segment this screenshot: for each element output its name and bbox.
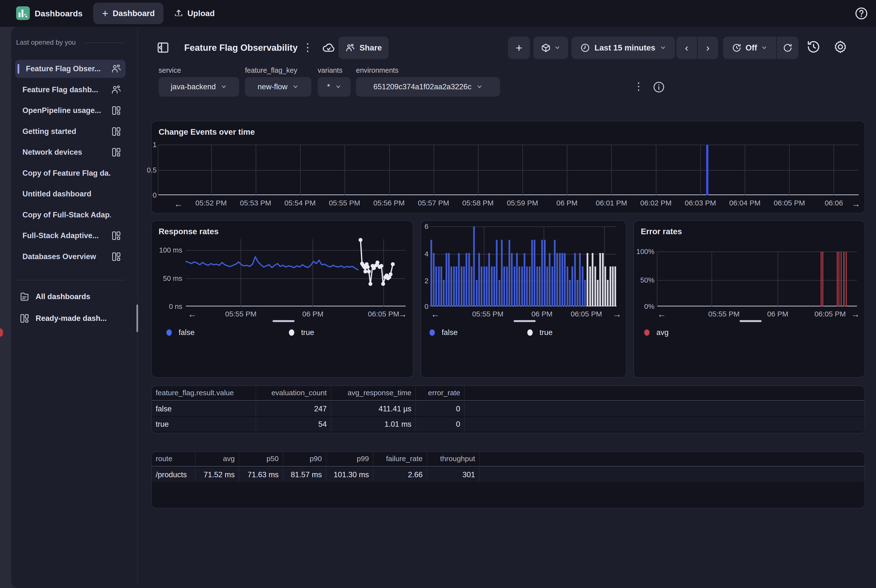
legend-true[interactable]: true (289, 328, 314, 337)
column-header-p90[interactable]: p90 (283, 452, 327, 465)
bar-false (514, 266, 515, 306)
panel-evaluations[interactable]: 642005:55 PM06 PM06:05 PM←→falsetrue (421, 220, 626, 378)
legend-label: avg (656, 328, 669, 337)
column-header-avg[interactable]: avg (196, 452, 239, 465)
sidebar-item-4[interactable]: Getting started (15, 123, 125, 141)
sidebar-item-7[interactable]: Untitled dashboard (15, 185, 125, 203)
help-icon[interactable] (855, 7, 868, 20)
column-header-error_rate[interactable]: error_rate (416, 386, 465, 400)
sidebar-item-2[interactable]: Feature Flag dashb... (15, 81, 125, 99)
column-header-evaluation_count[interactable]: evaluation_count (256, 386, 332, 400)
time-back-button[interactable]: ‹ (676, 37, 697, 59)
bar-true (612, 266, 614, 306)
resource-picker-button[interactable] (533, 37, 568, 59)
table-row[interactable]: true541.01 ms0 (152, 417, 864, 431)
brand-dashboards-link[interactable]: Dashboards (34, 0, 83, 27)
column-header-avg_response_time[interactable]: avg_response_time (332, 386, 416, 400)
pan-right-icon[interactable]: → (851, 309, 860, 320)
column-header-p99[interactable]: p99 (327, 452, 374, 465)
bar-false (461, 266, 462, 306)
sidebar-item-9[interactable]: Full-Stack Adaptive... (15, 226, 125, 245)
pan-left-icon[interactable]: ← (657, 309, 666, 320)
panel-response-rates[interactable]: Response rates 100 ms50 ms0 ns05:55 PM06… (151, 220, 413, 378)
legend-dot-icon (527, 329, 532, 336)
sidebar-scrollbar[interactable] (136, 304, 138, 332)
sidebar-item-8[interactable]: Copy of Full-Stack Adap... (15, 206, 125, 224)
zoom-scrollbar[interactable] (273, 320, 294, 322)
gridline (256, 145, 256, 195)
pan-right-icon[interactable]: → (398, 309, 407, 320)
settings-gear-icon[interactable] (833, 39, 849, 56)
column-header-p50[interactable]: p50 (239, 452, 283, 465)
table-row[interactable]: /products71.52 ms71.63 ms81.57 ms101.30 … (152, 468, 864, 482)
sidebar-footer-item-1[interactable]: All dashboards (15, 288, 125, 306)
change-event-marker[interactable] (706, 145, 708, 195)
evaluations-plot[interactable] (430, 226, 616, 306)
column-header-route[interactable]: route (152, 452, 196, 465)
history-icon[interactable] (806, 39, 822, 56)
gridline (522, 145, 523, 195)
filter-environments-dropdown[interactable]: 651209c374a1f02aa2a3226c (356, 77, 500, 97)
y-tick-label: 0 ns (155, 303, 182, 310)
upload-button[interactable]: Upload (174, 3, 215, 24)
bar-false (463, 266, 465, 306)
pan-left-icon[interactable]: ← (174, 199, 183, 209)
cell-avg_response_time: 411.41 µs (332, 402, 416, 416)
filter-variants-dropdown[interactable]: * (318, 77, 351, 97)
legend-true[interactable]: true (527, 328, 552, 337)
sidebar-item-3[interactable]: OpenPipeline usage... (15, 102, 125, 120)
response-plot[interactable] (186, 239, 405, 306)
sidebar-item-6[interactable]: Copy of Feature Flag da... (15, 164, 125, 182)
gridline (834, 145, 834, 195)
pan-left-icon[interactable]: ← (188, 309, 196, 320)
sidebar-item-5[interactable]: Network devices (15, 143, 125, 161)
error-rates-plot[interactable] (657, 252, 857, 306)
panel-error-rates[interactable]: Error rates 100%50%0%05:55 PM06 PM06:05 … (633, 220, 865, 378)
bar-false (488, 253, 490, 306)
bar-false (534, 240, 536, 306)
column-header-failure_rate[interactable]: failure_rate (374, 452, 427, 465)
new-dashboard-button[interactable]: + Dashboard (93, 3, 164, 24)
legend-avg[interactable]: avg (644, 328, 669, 337)
add-panel-button[interactable]: + (508, 37, 530, 59)
filter-service-dropdown[interactable]: java-backend (159, 77, 239, 97)
bar-false (494, 266, 495, 306)
app-logo-icon[interactable] (16, 6, 30, 20)
kebab-menu-icon[interactable]: ⋮ (302, 37, 314, 59)
all-dashboards-icon (19, 291, 30, 302)
column-header-throughput[interactable]: throughput (427, 452, 480, 465)
zoom-scrollbar[interactable] (740, 320, 762, 322)
time-range-button[interactable]: Last 15 minutes (572, 37, 675, 59)
column-header-feature_flag.result.value[interactable]: feature_flag.result.value (152, 386, 256, 400)
filter-feature_flag_key-dropdown[interactable]: new-flow (245, 77, 311, 97)
collapse-sidebar-icon[interactable] (156, 41, 170, 54)
error-spike (838, 252, 839, 306)
auto-refresh-button[interactable]: Off (723, 37, 776, 59)
pan-right-icon[interactable]: → (613, 309, 621, 320)
sidebar: Last opened by you Feature Flag Obser...… (11, 27, 138, 585)
refresh-button[interactable] (777, 37, 798, 59)
zoom-scrollbar[interactable] (514, 320, 536, 322)
cell-p50: 71.63 ms (239, 468, 283, 482)
filters-kebab-icon[interactable]: ⋮ (633, 77, 644, 97)
notification-badge[interactable] (0, 328, 3, 337)
sidebar-item-10[interactable]: Databases Overview (15, 248, 125, 266)
share-button[interactable]: Share (339, 37, 389, 59)
cell-route: /products (152, 468, 196, 482)
pan-right-icon[interactable]: → (852, 199, 860, 209)
change-events-plot[interactable] (158, 145, 859, 195)
cloud-sync-icon[interactable] (322, 41, 336, 55)
y-tick-label: 1 (140, 141, 157, 149)
panel-change-events[interactable]: Change Events over time 10.5005:52 PM05:… (151, 121, 865, 213)
time-forward-button[interactable]: › (698, 37, 718, 59)
cell-error_rate: 0 (416, 417, 465, 431)
legend-false[interactable]: false (429, 328, 458, 337)
pan-left-icon[interactable]: ← (431, 309, 440, 320)
sidebar-item-1[interactable]: Feature Flag Obser... (15, 60, 125, 78)
panel-title: Error rates (641, 227, 682, 236)
legend-false[interactable]: false (166, 328, 195, 337)
sidebar-footer-item-2[interactable]: Ready-made dash... (15, 310, 125, 327)
info-icon[interactable] (653, 81, 665, 93)
main-content: Feature Flag Observability ⋮ Share + (138, 27, 876, 588)
table-row[interactable]: false247411.41 µs0 (152, 402, 864, 416)
